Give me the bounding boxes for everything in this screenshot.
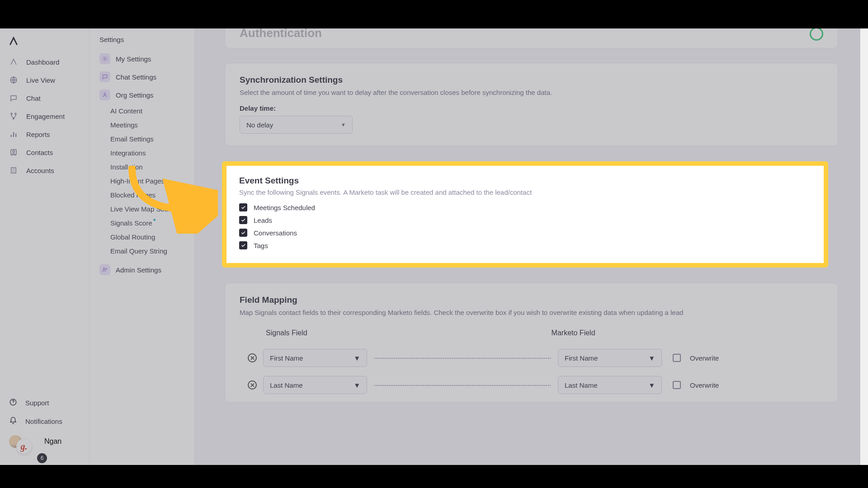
event-description: Sync the following Signals events. A Mar… [239, 188, 811, 196]
mapping-row: ✕ First Name ▼ First Name ▼ Overwrite [240, 344, 823, 371]
svg-point-10 [104, 268, 105, 270]
section-chat-settings[interactable]: Chat Settings [90, 68, 194, 86]
delete-row-button[interactable]: ✕ [248, 353, 257, 362]
branch-icon [9, 112, 18, 121]
section-org-settings[interactable]: Org Settings [90, 86, 194, 104]
annotation-arrow-icon [123, 166, 218, 234]
authentication-card-top-sliver: Authentication [225, 28, 838, 48]
nav-label: Chat [26, 94, 41, 102]
mapping-connector [374, 384, 551, 386]
nav-support[interactable]: Support [0, 394, 89, 412]
caret-down-icon: ▼ [354, 354, 360, 362]
checkbox-label: Leads [254, 216, 272, 224]
checkbox-checked-icon [239, 241, 247, 249]
section-label: Chat Settings [116, 73, 156, 81]
sync-description: Select the amount of time you want to de… [240, 89, 823, 96]
svg-point-2 [15, 113, 16, 114]
section-label: Org Settings [116, 91, 153, 99]
nav-engagement[interactable]: Engagement [0, 107, 89, 125]
mapping-description: Map Signals contact fields to their corr… [240, 309, 823, 316]
nav-notifications[interactable]: Notifications [0, 412, 89, 431]
org-icon [99, 89, 110, 100]
sub-email-settings[interactable]: Email Settings [90, 132, 194, 146]
overwrite-label: Overwrite [690, 354, 719, 362]
section-label: Admin Settings [116, 266, 161, 274]
profile-name: Ngan [44, 437, 61, 446]
nav-label: Live View [26, 76, 55, 84]
svg-point-9 [104, 93, 106, 95]
svg-point-11 [106, 268, 107, 269]
svg-point-5 [13, 150, 15, 153]
nav-accounts[interactable]: Accounts [0, 161, 89, 179]
primary-sidebar: Dashboard Live View Chat Engagement Repo… [0, 28, 90, 465]
select-value: Last Name [270, 381, 303, 389]
checkbox-meetings-scheduled[interactable]: Meetings Scheduled [239, 203, 811, 211]
overwrite-checkbox[interactable] [673, 354, 681, 362]
svg-point-8 [104, 58, 106, 60]
synchronization-card: Synchronization Settings Select the amou… [225, 63, 838, 146]
signals-field-select[interactable]: First Name ▼ [263, 349, 367, 367]
checkbox-label: Meetings Scheduled [254, 204, 315, 211]
nav-label: Accounts [26, 167, 54, 174]
profile-menu[interactable]: Ngan g. 6 [0, 431, 89, 450]
caret-down-icon: ▼ [648, 381, 655, 389]
event-title: Event Settings [239, 176, 811, 186]
delay-time-label: Delay time: [240, 104, 823, 112]
settings-sidebar: Settings My Settings Chat Settings Org S… [90, 28, 195, 465]
checkbox-leads[interactable]: Leads [239, 216, 811, 224]
marketo-field-select[interactable]: Last Name ▼ [558, 376, 662, 394]
caret-down-icon: ▼ [648, 354, 655, 362]
checkbox-label: Tags [254, 242, 268, 249]
select-value: Last Name [565, 381, 598, 389]
g-badge-icon: g. [16, 439, 32, 454]
nav-label: Reports [26, 131, 50, 138]
contact-icon [9, 148, 18, 157]
nav-label: Engagement [26, 113, 65, 120]
field-mapping-card: Field Mapping Map Signals contact fields… [225, 283, 838, 403]
overwrite-label: Overwrite [690, 381, 719, 389]
building-icon [9, 166, 18, 175]
col-marketo-field: Marketo Field [552, 329, 595, 337]
checkbox-conversations[interactable]: Conversations [239, 229, 811, 237]
sub-integrations[interactable]: Integrations [90, 146, 194, 160]
select-value: First Name [565, 354, 598, 362]
nav-contacts[interactable]: Contacts [0, 143, 89, 161]
checkbox-label: Conversations [254, 229, 297, 237]
authentication-title: Authentication [240, 28, 322, 40]
checkbox-checked-icon [239, 216, 247, 224]
nav-chat[interactable]: Chat [0, 89, 89, 107]
section-my-settings[interactable]: My Settings [90, 50, 194, 68]
help-icon [9, 398, 17, 408]
sub-meetings[interactable]: Meetings [90, 118, 194, 132]
delete-row-button[interactable]: ✕ [248, 380, 257, 389]
sub-email-query[interactable]: Email Query String [90, 244, 194, 258]
bar-chart-icon [9, 130, 18, 139]
caret-down-icon: ▼ [354, 381, 360, 389]
admin-icon [99, 264, 110, 275]
notification-count: 6 [37, 453, 47, 463]
delay-time-select[interactable]: No delay ▼ [240, 116, 353, 134]
nav-label: Contacts [26, 149, 53, 156]
success-check-icon [810, 28, 823, 41]
marketo-field-select[interactable]: First Name ▼ [558, 349, 662, 367]
nav-label: Support [25, 399, 49, 407]
scrollbar[interactable] [860, 28, 868, 465]
nav-reports[interactable]: Reports [0, 125, 89, 143]
select-value: No delay [246, 121, 273, 129]
checkbox-checked-icon [239, 203, 247, 211]
nav-label: Notifications [25, 418, 62, 425]
nav-dashboard[interactable]: Dashboard [0, 53, 89, 71]
section-admin-settings[interactable]: Admin Settings [90, 261, 194, 279]
overwrite-checkbox[interactable] [673, 381, 681, 389]
nav-live-view[interactable]: Live View [0, 71, 89, 89]
select-value: First Name [270, 354, 303, 362]
sub-ai-content[interactable]: AI Content [90, 104, 194, 118]
sync-title: Synchronization Settings [240, 75, 823, 85]
signals-field-select[interactable]: Last Name ▼ [263, 376, 367, 394]
main-panel: Authentication Synchronization Settings … [195, 28, 868, 465]
checkbox-tags[interactable]: Tags [239, 241, 811, 249]
caret-down-icon: ▼ [341, 122, 346, 127]
section-label: My Settings [116, 55, 151, 63]
mapping-title: Field Mapping [240, 295, 823, 305]
col-signals-field: Signals Field [266, 329, 307, 337]
